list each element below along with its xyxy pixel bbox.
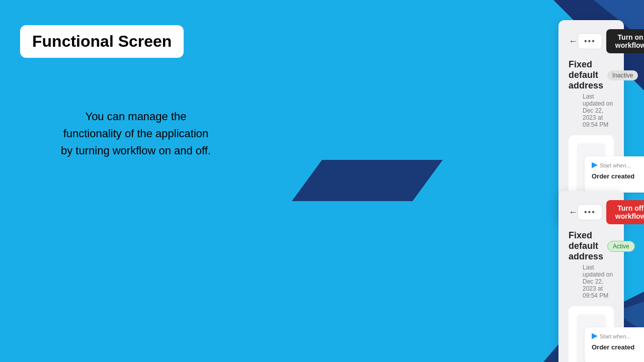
title-box: Functional Screen bbox=[20, 25, 184, 58]
card-title-row-bottom: Fixed default address Active bbox=[569, 230, 614, 262]
left-panel: Functional Screen You can manage thefunc… bbox=[0, 0, 272, 362]
more-button-bottom[interactable]: ••• bbox=[578, 204, 602, 220]
last-updated-bottom: Last updated on Dec 22, 2023 at 09:54 PM bbox=[583, 264, 614, 299]
svg-marker-2 bbox=[292, 160, 443, 201]
start-label-bottom: Start when... bbox=[592, 333, 631, 339]
last-updated-top: Last updated on Dec 22, 2023 at 09:54 PM bbox=[583, 93, 614, 128]
start-step-header-top: Start when... ⬇ bbox=[592, 161, 644, 169]
turn-on-button[interactable]: Turn on workflow bbox=[606, 29, 644, 53]
status-badge-active: Active bbox=[607, 241, 635, 252]
card-header-left-top: ← bbox=[569, 36, 578, 47]
start-title-top: Order created bbox=[592, 172, 644, 180]
right-panel: ← ••• Turn on workflow Fixed default add… bbox=[272, 0, 644, 362]
start-play-icon-top bbox=[592, 162, 598, 168]
card-header-top: ← ••• Turn on workflow bbox=[569, 29, 614, 53]
turn-off-button[interactable]: Turn off workflow bbox=[606, 200, 644, 224]
diagram-inner-bottom: Start when... ⬇ Order created Then bbox=[577, 314, 606, 362]
workflow-diagram-bottom: Start when... ⬇ Order created Then bbox=[569, 306, 614, 362]
start-step-header-bottom: Start when... ⬇ bbox=[592, 332, 644, 340]
card-actions-top: ••• Turn on workflow bbox=[578, 29, 644, 53]
start-play-icon-bottom bbox=[592, 333, 598, 339]
start-label-top: Start when... bbox=[592, 162, 631, 168]
start-step-top: Start when... ⬇ Order created Then bbox=[585, 156, 644, 193]
description-text: You can manage thefunctionality of the a… bbox=[20, 108, 252, 159]
status-badge-inactive: Inactive bbox=[607, 70, 638, 80]
card-header-bottom: ← ••• Turn off workflow bbox=[569, 200, 614, 224]
then-label-top: Then bbox=[592, 182, 644, 188]
card-actions-bottom: ••• Turn off workflow bbox=[578, 200, 644, 224]
back-button-top[interactable]: ← bbox=[569, 36, 578, 47]
back-button-bottom[interactable]: ← bbox=[569, 207, 578, 218]
card-header-left-bottom: ← bbox=[569, 207, 578, 218]
workflow-card-bottom: ← ••• Turn off workflow Fixed default ad… bbox=[558, 191, 624, 362]
start-title-bottom: Order created bbox=[592, 343, 644, 351]
then-label-bottom: Then bbox=[592, 353, 644, 358]
workflow-title-bottom: Fixed default address bbox=[569, 230, 603, 262]
workflow-title-top: Fixed default address bbox=[569, 59, 603, 91]
start-step-bottom: Start when... ⬇ Order created Then bbox=[585, 327, 644, 363]
page-title: Functional Screen bbox=[32, 32, 172, 50]
more-button-top[interactable]: ••• bbox=[578, 33, 602, 49]
card-title-row-top: Fixed default address Inactive bbox=[569, 59, 614, 91]
